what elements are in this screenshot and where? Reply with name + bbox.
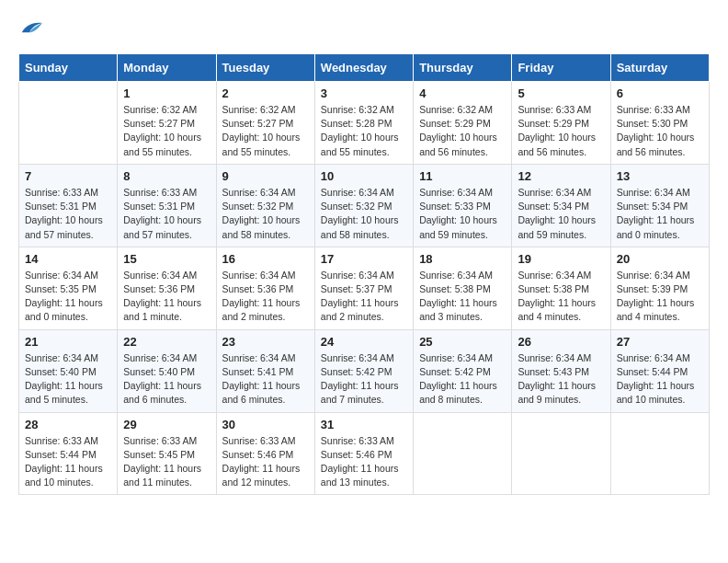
day-info: Sunrise: 6:34 AMSunset: 5:35 PMDaylight:…: [25, 269, 111, 325]
calendar-cell: 5Sunrise: 6:33 AMSunset: 5:29 PMDaylight…: [512, 82, 610, 165]
calendar-week-row: 1Sunrise: 6:32 AMSunset: 5:27 PMDaylight…: [19, 82, 710, 165]
day-number: 11: [419, 169, 506, 183]
day-number: 16: [222, 252, 309, 266]
day-info: Sunrise: 6:34 AMSunset: 5:40 PMDaylight:…: [123, 351, 210, 408]
col-header-monday: Monday: [118, 54, 216, 82]
calendar-cell: 12Sunrise: 6:34 AMSunset: 5:34 PMDayligh…: [512, 164, 610, 247]
day-number: 13: [617, 169, 703, 183]
calendar-header-row: SundayMondayTuesdayWednesdayThursdayFrid…: [19, 54, 710, 82]
calendar-cell: [414, 412, 512, 495]
day-info: Sunrise: 6:33 AMSunset: 5:31 PMDaylight:…: [25, 186, 111, 242]
day-number: 4: [419, 86, 506, 100]
calendar-cell: 3Sunrise: 6:32 AMSunset: 5:28 PMDaylight…: [314, 82, 413, 165]
day-number: 18: [419, 252, 506, 266]
page-header: [18, 18, 710, 39]
day-info: Sunrise: 6:34 AMSunset: 5:34 PMDaylight:…: [617, 186, 703, 242]
calendar-cell: 26Sunrise: 6:34 AMSunset: 5:43 PMDayligh…: [512, 329, 610, 412]
calendar-cell: [512, 412, 610, 495]
day-number: 1: [123, 86, 210, 100]
calendar-cell: 13Sunrise: 6:34 AMSunset: 5:34 PMDayligh…: [610, 164, 709, 247]
calendar-cell: 25Sunrise: 6:34 AMSunset: 5:42 PMDayligh…: [414, 329, 512, 412]
day-info: Sunrise: 6:34 AMSunset: 5:42 PMDaylight:…: [419, 351, 506, 408]
calendar-cell: 22Sunrise: 6:34 AMSunset: 5:40 PMDayligh…: [118, 329, 216, 412]
day-info: Sunrise: 6:33 AMSunset: 5:46 PMDaylight:…: [321, 434, 407, 490]
day-info: Sunrise: 6:34 AMSunset: 5:36 PMDaylight:…: [222, 269, 309, 325]
day-info: Sunrise: 6:34 AMSunset: 5:37 PMDaylight:…: [321, 269, 407, 325]
day-number: 10: [321, 169, 407, 183]
calendar-cell: 10Sunrise: 6:34 AMSunset: 5:32 PMDayligh…: [314, 164, 413, 247]
day-number: 31: [321, 418, 407, 431]
day-info: Sunrise: 6:34 AMSunset: 5:39 PMDaylight:…: [617, 269, 703, 325]
day-info: Sunrise: 6:34 AMSunset: 5:32 PMDaylight:…: [321, 186, 407, 242]
day-info: Sunrise: 6:32 AMSunset: 5:27 PMDaylight:…: [123, 103, 210, 159]
calendar-cell: 9Sunrise: 6:34 AMSunset: 5:32 PMDaylight…: [216, 164, 314, 247]
col-header-sunday: Sunday: [19, 54, 118, 82]
day-info: Sunrise: 6:34 AMSunset: 5:44 PMDaylight:…: [617, 351, 703, 408]
calendar-cell: 31Sunrise: 6:33 AMSunset: 5:46 PMDayligh…: [314, 412, 413, 495]
day-info: Sunrise: 6:33 AMSunset: 5:29 PMDaylight:…: [518, 103, 604, 159]
day-number: 22: [123, 335, 210, 349]
day-number: 29: [123, 418, 210, 431]
day-info: Sunrise: 6:33 AMSunset: 5:44 PMDaylight:…: [25, 434, 111, 490]
calendar-cell: 7Sunrise: 6:33 AMSunset: 5:31 PMDaylight…: [19, 164, 118, 247]
day-info: Sunrise: 6:34 AMSunset: 5:32 PMDaylight:…: [222, 186, 309, 242]
calendar-cell: 17Sunrise: 6:34 AMSunset: 5:37 PMDayligh…: [314, 247, 413, 329]
day-info: Sunrise: 6:33 AMSunset: 5:31 PMDaylight:…: [123, 186, 210, 242]
day-info: Sunrise: 6:34 AMSunset: 5:42 PMDaylight:…: [321, 351, 407, 408]
col-header-saturday: Saturday: [610, 54, 709, 82]
calendar-cell: [19, 82, 118, 165]
calendar-cell: 11Sunrise: 6:34 AMSunset: 5:33 PMDayligh…: [414, 164, 512, 247]
day-number: 24: [321, 335, 407, 349]
day-number: 3: [321, 86, 407, 100]
calendar-cell: 1Sunrise: 6:32 AMSunset: 5:27 PMDaylight…: [118, 82, 216, 165]
day-info: Sunrise: 6:34 AMSunset: 5:38 PMDaylight:…: [419, 269, 506, 325]
day-number: 5: [518, 86, 604, 100]
day-number: 20: [617, 252, 703, 266]
day-info: Sunrise: 6:34 AMSunset: 5:34 PMDaylight:…: [518, 186, 604, 242]
calendar-week-row: 14Sunrise: 6:34 AMSunset: 5:35 PMDayligh…: [19, 247, 710, 329]
calendar-cell: 8Sunrise: 6:33 AMSunset: 5:31 PMDaylight…: [118, 164, 216, 247]
day-number: 23: [222, 335, 309, 349]
day-info: Sunrise: 6:33 AMSunset: 5:46 PMDaylight:…: [222, 434, 309, 490]
day-number: 2: [222, 86, 309, 100]
col-header-wednesday: Wednesday: [314, 54, 413, 82]
day-info: Sunrise: 6:32 AMSunset: 5:29 PMDaylight:…: [419, 103, 506, 159]
day-info: Sunrise: 6:34 AMSunset: 5:38 PMDaylight:…: [518, 269, 604, 325]
calendar-cell: [610, 412, 709, 495]
calendar-week-row: 21Sunrise: 6:34 AMSunset: 5:40 PMDayligh…: [19, 329, 710, 412]
day-number: 27: [617, 335, 703, 349]
calendar-week-row: 28Sunrise: 6:33 AMSunset: 5:44 PMDayligh…: [19, 412, 710, 495]
day-number: 21: [25, 335, 111, 349]
day-number: 6: [617, 86, 703, 100]
calendar-week-row: 7Sunrise: 6:33 AMSunset: 5:31 PMDaylight…: [19, 164, 710, 247]
calendar-cell: 29Sunrise: 6:33 AMSunset: 5:45 PMDayligh…: [118, 412, 216, 495]
day-info: Sunrise: 6:34 AMSunset: 5:36 PMDaylight:…: [123, 269, 210, 325]
day-number: 19: [518, 252, 604, 266]
day-number: 28: [25, 418, 111, 431]
day-number: 26: [518, 335, 604, 349]
day-number: 7: [25, 169, 111, 183]
calendar-cell: 16Sunrise: 6:34 AMSunset: 5:36 PMDayligh…: [216, 247, 314, 329]
day-number: 25: [419, 335, 506, 349]
day-info: Sunrise: 6:34 AMSunset: 5:33 PMDaylight:…: [419, 186, 506, 242]
logo-bird-icon: [18, 18, 44, 39]
day-number: 30: [222, 418, 309, 431]
calendar-cell: 4Sunrise: 6:32 AMSunset: 5:29 PMDaylight…: [414, 82, 512, 165]
col-header-friday: Friday: [512, 54, 610, 82]
calendar-table: SundayMondayTuesdayWednesdayThursdayFrid…: [18, 53, 710, 495]
day-number: 8: [123, 169, 210, 183]
calendar-cell: 24Sunrise: 6:34 AMSunset: 5:42 PMDayligh…: [314, 329, 413, 412]
day-info: Sunrise: 6:34 AMSunset: 5:43 PMDaylight:…: [518, 351, 604, 408]
day-number: 17: [321, 252, 407, 266]
day-info: Sunrise: 6:34 AMSunset: 5:41 PMDaylight:…: [222, 351, 309, 408]
calendar-cell: 20Sunrise: 6:34 AMSunset: 5:39 PMDayligh…: [610, 247, 709, 329]
day-number: 14: [25, 252, 111, 266]
day-info: Sunrise: 6:33 AMSunset: 5:30 PMDaylight:…: [617, 103, 703, 159]
day-number: 9: [222, 169, 309, 183]
day-info: Sunrise: 6:32 AMSunset: 5:28 PMDaylight:…: [321, 103, 407, 159]
col-header-tuesday: Tuesday: [216, 54, 314, 82]
calendar-cell: 14Sunrise: 6:34 AMSunset: 5:35 PMDayligh…: [19, 247, 118, 329]
calendar-cell: 27Sunrise: 6:34 AMSunset: 5:44 PMDayligh…: [610, 329, 709, 412]
day-info: Sunrise: 6:33 AMSunset: 5:45 PMDaylight:…: [123, 434, 210, 490]
calendar-cell: 6Sunrise: 6:33 AMSunset: 5:30 PMDaylight…: [610, 82, 709, 165]
